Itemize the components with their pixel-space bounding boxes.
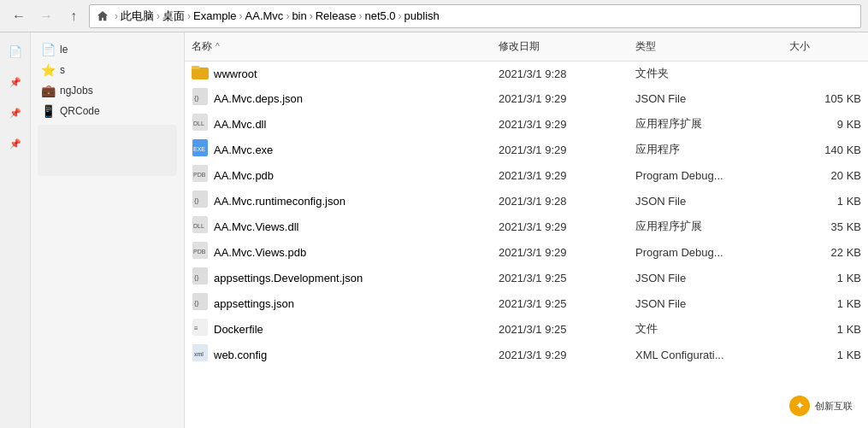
file-type: Program Debug... <box>629 167 782 184</box>
table-row[interactable]: wwwroot 2021/3/1 9:28 文件夹 <box>185 62 868 85</box>
file-type-icon: {} <box>192 191 209 211</box>
table-row[interactable]: {} AA.Mvc.runtimeconfig.json 2021/3/1 9:… <box>185 188 868 214</box>
file-type: 应用程序扩展 <box>629 217 782 236</box>
table-row[interactable]: EXE AA.Mvc.exe 2021/3/1 9:29 应用程序 140 KB <box>185 137 868 162</box>
up-button[interactable]: ↑ <box>62 4 86 28</box>
col-type[interactable]: 类型 <box>629 38 782 56</box>
breadcrumb-bin[interactable]: bin <box>292 9 306 22</box>
breadcrumb-net50[interactable]: net5.0 <box>364 9 395 22</box>
file-type-icon: ≡ <box>192 319 209 339</box>
file-modified: 2021/3/1 9:28 <box>492 66 629 82</box>
file-type: 文件夹 <box>629 64 782 83</box>
address-bar: ← → ↑ › 此电脑 › 桌面 › Example › AA.Mvc › bi… <box>0 0 868 32</box>
table-row[interactable]: ≡ Dockerfile 2021/3/1 9:25 文件 1 KB <box>185 316 868 342</box>
svg-text:DLL: DLL <box>193 223 204 229</box>
file-name: AA.Mvc.Views.pdb <box>214 246 306 259</box>
svg-text:EXE: EXE <box>193 146 205 152</box>
file-type: 应用程序 <box>629 140 782 159</box>
file-size: 1 KB <box>782 270 868 286</box>
file-type: 文件 <box>629 320 782 338</box>
file-type-icon <box>192 64 209 83</box>
file-type: XML Configurati... <box>629 347 782 363</box>
table-row[interactable]: DLL AA.Mvc.dll 2021/3/1 9:29 应用程序扩展 9 KB <box>185 111 868 137</box>
file-type: JSON File <box>629 193 782 209</box>
file-name: appsettings.json <box>214 297 294 310</box>
file-name-cell: wwwroot <box>185 64 492 83</box>
file-name-cell: {} AA.Mvc.runtimeconfig.json <box>185 191 492 211</box>
sidebar-item-s[interactable]: ⭐ s <box>31 60 184 80</box>
watermark: ✦ 创新互联 <box>782 392 859 419</box>
file-type-icon: EXE <box>192 139 209 160</box>
breadcrumb-aamvc[interactable]: AA.Mvc <box>245 9 284 22</box>
file-name-cell: {} appsettings.json <box>185 293 492 314</box>
file-modified: 2021/3/1 9:29 <box>492 142 629 158</box>
breadcrumb-release[interactable]: Release <box>316 9 357 22</box>
col-size[interactable]: 大小 <box>782 38 868 56</box>
table-row[interactable]: {} AA.Mvc.deps.json 2021/3/1 9:29 JSON F… <box>185 85 868 111</box>
file-size: 9 KB <box>782 116 868 132</box>
svg-text:{}: {} <box>194 273 199 281</box>
file-name: AA.Mvc.Views.dll <box>214 220 298 233</box>
file-modified: 2021/3/1 9:29 <box>492 167 629 184</box>
file-size: 1 KB <box>782 193 868 209</box>
file-type: JSON File <box>629 270 782 286</box>
file-name: AA.Mvc.exe <box>214 144 273 156</box>
col-modified[interactable]: 修改日期 <box>492 38 629 56</box>
svg-text:PDB: PDB <box>193 249 206 255</box>
file-name-cell: DLL AA.Mvc.Views.dll <box>185 216 492 237</box>
table-row[interactable]: PDB AA.Mvc.Views.pdb 2021/3/1 9:29 Progr… <box>185 239 868 265</box>
file-name: AA.Mvc.runtimeconfig.json <box>214 195 345 208</box>
file-size: 140 KB <box>782 142 868 158</box>
nav-icon-1[interactable]: 📄 <box>3 39 27 63</box>
file-modified: 2021/3/1 9:29 <box>492 347 629 363</box>
file-name-cell: {} AA.Mvc.deps.json <box>185 88 492 108</box>
qr-icon: 📱 <box>41 104 55 118</box>
breadcrumb-home <box>97 10 112 22</box>
file-name-cell: ≡ Dockerfile <box>185 319 492 339</box>
file-type-icon: xml <box>192 344 209 365</box>
watermark-logo: ✦ <box>789 396 810 416</box>
nav-icon-pin-1[interactable]: 📌 <box>3 70 27 94</box>
file-name-cell: xml web.config <box>185 344 492 365</box>
svg-rect-0 <box>192 67 209 79</box>
sidebar-item-label-ngjobs: ngJobs <box>60 85 93 97</box>
file-modified: 2021/3/1 9:25 <box>492 270 629 286</box>
column-header: 名称 ^ 修改日期 类型 大小 <box>185 32 868 62</box>
table-row[interactable]: {} appsettings.json 2021/3/1 9:25 JSON F… <box>185 290 868 316</box>
forward-button[interactable]: → <box>34 4 58 28</box>
file-modified: 2021/3/1 9:29 <box>492 91 629 107</box>
table-row[interactable]: PDB AA.Mvc.pdb 2021/3/1 9:29 Program Deb… <box>185 162 868 188</box>
breadcrumb-desktop[interactable]: 桌面 <box>162 9 185 24</box>
table-row[interactable]: xml web.config 2021/3/1 9:29 XML Configu… <box>185 342 868 367</box>
file-name: appsettings.Development.json <box>214 272 363 284</box>
sidebar-item-le[interactable]: 📄 le <box>31 39 184 60</box>
file-modified: 2021/3/1 9:29 <box>492 219 629 235</box>
sidebar-item-label-qrcode: QRCode <box>60 105 100 117</box>
breadcrumb-example[interactable]: Example <box>193 9 237 22</box>
file-size: 22 KB <box>782 244 868 261</box>
col-name[interactable]: 名称 ^ <box>185 38 492 56</box>
back-button[interactable]: ← <box>7 4 31 28</box>
svg-rect-1 <box>192 66 199 69</box>
svg-text:{}: {} <box>194 299 199 307</box>
file-name-cell: DLL AA.Mvc.dll <box>185 114 492 134</box>
svg-text:{}: {} <box>194 196 199 204</box>
file-name-cell: {} appsettings.Development.json <box>185 267 492 288</box>
nav-icon-pin-2[interactable]: 📌 <box>3 101 27 125</box>
nav-icon-pin-3[interactable]: 📌 <box>3 132 27 155</box>
file-type: 应用程序扩展 <box>629 114 782 133</box>
sidebar-item-ngjobs[interactable]: 💼 ngJobs <box>31 80 184 101</box>
sidebar-item-qrcode[interactable]: 📱 QRCode <box>31 101 184 121</box>
breadcrumb-computer[interactable]: 此电脑 <box>121 9 154 24</box>
breadcrumb[interactable]: › 此电脑 › 桌面 › Example › AA.Mvc › bin › Re… <box>89 4 861 28</box>
file-name: web.config <box>214 349 267 361</box>
table-row[interactable]: DLL AA.Mvc.Views.dll 2021/3/1 9:29 应用程序扩… <box>185 214 868 239</box>
file-size: 35 KB <box>782 219 868 235</box>
svg-text:{}: {} <box>194 94 199 102</box>
file-type-icon: {} <box>192 88 209 108</box>
table-row[interactable]: {} appsettings.Development.json 2021/3/1… <box>185 265 868 290</box>
file-size: 1 KB <box>782 321 868 337</box>
breadcrumb-publish[interactable]: publish <box>404 9 440 22</box>
file-modified: 2021/3/1 9:25 <box>492 321 629 337</box>
file-size: 1 KB <box>782 347 868 363</box>
